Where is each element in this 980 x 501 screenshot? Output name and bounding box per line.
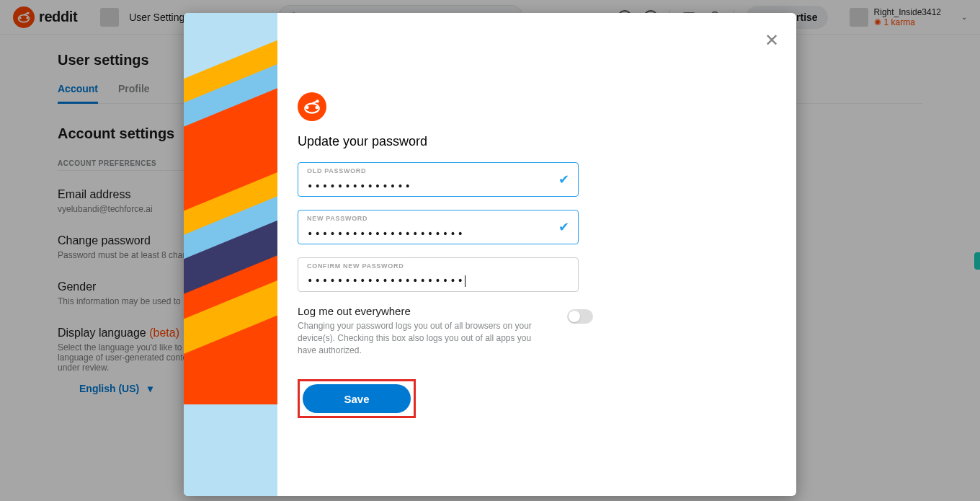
confirm-password-label: CONFIRM NEW PASSWORD (307, 262, 404, 270)
new-password-value: ••••••••••••••••••••• (307, 228, 465, 239)
confirm-password-dots: ••••••••••••••••••••• (307, 275, 465, 286)
modal-art (184, 13, 277, 496)
new-password-field[interactable]: NEW PASSWORD ••••••••••••••••••••• ✔ (298, 210, 579, 244)
modal-title: Update your password (298, 134, 776, 149)
new-password-label: NEW PASSWORD (307, 215, 368, 222)
check-icon: ✔ (558, 219, 569, 235)
close-icon[interactable]: ✕ (765, 30, 779, 50)
update-password-modal: ✕ Update your password OLD PASSWORD ••••… (184, 13, 796, 496)
old-password-label: OLD PASSWORD (307, 167, 366, 174)
check-icon: ✔ (558, 172, 569, 187)
modal-body: ✕ Update your password OLD PASSWORD ••••… (277, 13, 796, 496)
text-cursor (465, 275, 466, 287)
confirm-password-value: ••••••••••••••••••••• (307, 275, 466, 287)
logout-title: Log me out everywhere (298, 305, 538, 317)
save-highlight: Save (298, 379, 416, 418)
logout-everywhere-toggle[interactable] (567, 309, 593, 324)
reddit-icon (298, 92, 326, 121)
logout-sub: Changing your password logs you out of a… (298, 320, 538, 356)
confirm-password-field[interactable]: CONFIRM NEW PASSWORD •••••••••••••••••••… (298, 257, 579, 292)
save-button[interactable]: Save (303, 384, 411, 413)
old-password-field[interactable]: OLD PASSWORD •••••••••••••• ✔ (298, 162, 579, 197)
logout-everywhere-row: Log me out everywhere Changing your pass… (298, 305, 593, 356)
old-password-value: •••••••••••••• (307, 180, 412, 192)
